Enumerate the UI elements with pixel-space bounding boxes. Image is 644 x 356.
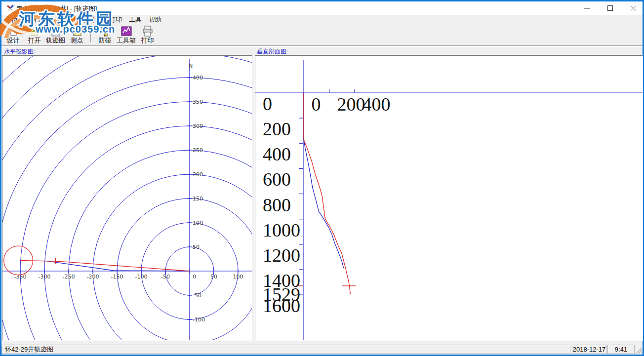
svg-text:50: 50 xyxy=(210,274,217,280)
trajectory-chart-icon xyxy=(50,26,62,37)
svg-text:200: 200 xyxy=(337,94,365,115)
svg-text:200: 200 xyxy=(263,119,291,139)
svg-text:-100: -100 xyxy=(193,316,205,323)
toolbar-button-0[interactable]: 设计 xyxy=(2,25,24,45)
toolbar-button-label: 打开 xyxy=(28,37,41,44)
app-window: 定向井[怀42-29井] - [轨迹图] 井位计算方法剖面设计及计算打印工具帮助… xyxy=(0,0,644,356)
svg-text:0: 0 xyxy=(193,274,196,280)
status-time: 9:41 xyxy=(607,345,635,354)
svg-text:-150: -150 xyxy=(111,274,123,280)
toolbar-button-1[interactable]: 打开 xyxy=(24,25,45,45)
status-bar: 怀42-29井轨迹图 2018-12-17 9:41 xyxy=(1,344,643,355)
toolbar-button-label: 设计 xyxy=(7,37,20,44)
toolbar-button-2[interactable]: 轨迹图 xyxy=(45,25,66,45)
svg-text:350: 350 xyxy=(193,99,203,105)
horizontal-projection-title: 水平投影图: xyxy=(4,48,35,55)
toolbox-chart-icon xyxy=(121,26,132,37)
status-date: 2018-12-17 xyxy=(572,345,606,354)
printer-icon xyxy=(142,26,154,37)
minimize-icon xyxy=(584,5,590,11)
toolbar-button-label: 防碰 xyxy=(99,37,112,44)
anti-collision-ruler-icon xyxy=(99,26,111,37)
svg-text:-100: -100 xyxy=(135,274,148,280)
title-bar: 定向井[怀42-29井] - [轨迹图] xyxy=(1,1,643,15)
svg-text:50: 50 xyxy=(193,244,200,250)
close-icon xyxy=(630,5,637,11)
toolbar: 设计打开轨迹图测点防碰工具箱打印 xyxy=(1,25,643,45)
svg-text:400: 400 xyxy=(263,144,291,164)
status-message: 怀42-29井轨迹图 xyxy=(1,345,570,354)
toolbar-button-3[interactable]: 测点 xyxy=(66,25,87,45)
svg-text:100: 100 xyxy=(233,274,243,280)
svg-text:150: 150 xyxy=(193,196,203,202)
close-button[interactable] xyxy=(622,1,644,15)
new-document-icon xyxy=(7,26,19,37)
app-icon xyxy=(6,4,14,12)
toolbar-separator xyxy=(90,27,91,42)
toolbar-button-6[interactable]: 打印 xyxy=(137,25,158,45)
svg-text:600: 600 xyxy=(263,169,291,190)
svg-text:0: 0 xyxy=(263,93,272,114)
toolbar-button-label: 测点 xyxy=(71,37,83,44)
toolbar-button-4[interactable]: 防碰 xyxy=(94,25,116,45)
svg-text:1000: 1000 xyxy=(263,220,300,240)
minimize-button[interactable] xyxy=(576,1,598,15)
menu-item-0[interactable]: 井位 xyxy=(1,14,21,25)
svg-text:N: N xyxy=(189,63,193,69)
svg-text:100: 100 xyxy=(193,220,203,226)
svg-text:1600: 1600 xyxy=(263,295,300,316)
menu-bar: 井位计算方法剖面设计及计算打印工具帮助 xyxy=(1,15,643,25)
svg-text:-50: -50 xyxy=(161,274,170,280)
toolbar-button-5[interactable]: 工具箱 xyxy=(116,25,137,45)
vertical-section-header: 垂直剖面图: xyxy=(254,47,643,55)
maximize-icon xyxy=(607,5,613,11)
menu-item-5[interactable]: 帮助 xyxy=(145,14,165,25)
svg-text:-250: -250 xyxy=(63,274,75,280)
svg-text:400: 400 xyxy=(193,75,203,81)
resize-grip[interactable] xyxy=(635,347,643,354)
svg-text:400: 400 xyxy=(362,94,391,115)
menu-item-3[interactable]: 打印 xyxy=(106,14,125,25)
open-folder-icon xyxy=(29,26,40,37)
horizontal-projection-chart: N-400-350-300-250-200-150-100-5005010040… xyxy=(2,55,252,341)
menu-item-4[interactable]: 工具 xyxy=(125,14,145,25)
svg-text:300: 300 xyxy=(193,123,203,129)
window-title: 定向井[怀42-29井] - [轨迹图] xyxy=(16,4,97,13)
menu-item-2[interactable]: 剖面设计及计算 xyxy=(54,14,106,25)
svg-text:200: 200 xyxy=(193,171,203,178)
svg-text:250: 250 xyxy=(193,147,203,154)
menu-item-1[interactable]: 计算方法 xyxy=(21,14,54,25)
vertical-section-title: 垂直剖面图: xyxy=(257,48,288,55)
svg-text:-200: -200 xyxy=(87,274,99,280)
polar-rings-canvas: N-400-350-300-250-200-150-100-5005010040… xyxy=(2,56,252,340)
svg-text:-300: -300 xyxy=(39,274,51,280)
horizontal-projection-header: 水平投影图: xyxy=(1,47,252,55)
section-canvas: 0200400600800100012001400152916000200400 xyxy=(255,56,643,340)
vertical-section-chart: 0200400600800100012001400152916000200400 xyxy=(255,55,643,341)
survey-points-icon xyxy=(71,26,83,37)
toolbar-button-label: 工具箱 xyxy=(117,37,136,44)
svg-text:800: 800 xyxy=(263,195,291,215)
svg-text:1200: 1200 xyxy=(263,245,300,266)
svg-text:-50: -50 xyxy=(193,292,201,299)
svg-text:0: 0 xyxy=(312,94,321,115)
toolbar-button-label: 打印 xyxy=(141,37,154,44)
maximize-button[interactable] xyxy=(599,1,621,15)
toolbar-button-label: 轨迹图 xyxy=(46,37,65,44)
